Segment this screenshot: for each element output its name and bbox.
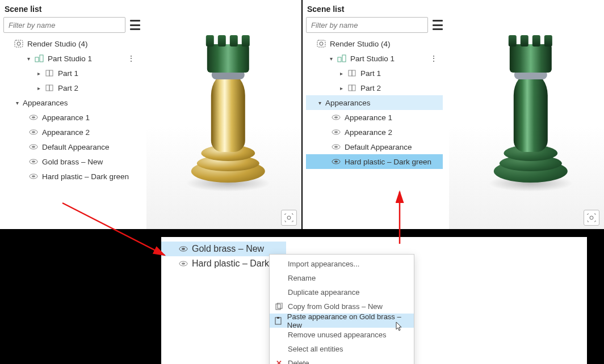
frame-selection-button[interactable] <box>281 210 297 226</box>
menu-select-all-label: Select all entities <box>288 345 343 353</box>
part-2-label: Part 2 <box>58 84 78 92</box>
svg-point-17 <box>32 175 35 177</box>
render-studio-icon <box>14 39 24 48</box>
appearance-row-plastic-selected[interactable]: Hard plastic – Dark green <box>306 154 443 169</box>
svg-line-44 <box>62 203 165 255</box>
svg-rect-2 <box>35 57 39 62</box>
svg-rect-7 <box>49 85 53 91</box>
chevron-down-icon: ▾ <box>316 100 323 106</box>
filter-input[interactable] <box>3 17 125 33</box>
svg-point-18 <box>287 216 291 219</box>
appearance-label: Appearance 1 <box>42 113 90 122</box>
menu-delete[interactable]: ✕ Delete <box>270 356 414 364</box>
context-menu-rows: Gold brass – New Hard plastic – Dark <box>161 242 286 271</box>
svg-point-37 <box>182 248 185 249</box>
appearances-header[interactable]: ▾ Appearances <box>3 95 140 110</box>
menu-select-all[interactable]: Select all entities <box>270 342 414 356</box>
tree-part-2[interactable]: ▸ Part 2 <box>3 81 140 95</box>
appearance-row-plastic[interactable]: Hard plastic – Dark green <box>3 169 140 184</box>
svg-point-30 <box>334 131 338 133</box>
svg-rect-5 <box>49 70 53 76</box>
menu-copy-label: Copy from Gold brass – New <box>288 302 383 311</box>
appearance-row[interactable]: Appearance 2 <box>3 125 140 139</box>
svg-rect-22 <box>342 55 346 62</box>
svg-point-32 <box>334 146 338 147</box>
scene-list-title: Scene list <box>307 5 443 14</box>
tree-root[interactable]: Render Studio (4) <box>3 36 140 51</box>
tree-part-studio[interactable]: ▾ Part Studio 1 ⋮ <box>3 51 140 66</box>
menu-remove-unused[interactable]: Remove unused appearances <box>270 328 414 342</box>
filter-row <box>3 17 140 33</box>
chess-rook-green <box>482 23 578 193</box>
tree-part-studio[interactable]: ▾ Part Studio 1 ⋮ <box>306 51 443 66</box>
chevron-right-icon: ▸ <box>338 70 345 77</box>
kebab-menu-icon[interactable]: ⋮ <box>430 54 437 63</box>
appearance-label: Appearance 1 <box>345 113 392 122</box>
part-studio-icon <box>337 54 347 63</box>
appearances-label: Appearances <box>23 99 68 107</box>
appearance-label: Hard plastic – Dark green <box>42 172 129 181</box>
appearance-icon <box>178 259 188 268</box>
appearances-label: Appearances <box>325 99 371 107</box>
appearance-row[interactable]: Appearance 1 <box>3 110 140 125</box>
context-row-plastic[interactable]: Hard plastic – Dark <box>161 256 286 271</box>
appearance-row-gold[interactable]: Gold brass – New <box>3 154 140 169</box>
appearance-icon <box>178 244 188 253</box>
appearance-label: Default Appearance <box>42 143 110 151</box>
list-view-toggle-icon[interactable] <box>130 20 140 30</box>
chevron-down-icon: ▾ <box>14 100 20 106</box>
menu-rename[interactable]: Rename <box>270 271 414 285</box>
appearance-row[interactable]: Appearance 1 <box>306 110 443 125</box>
tree-part-1[interactable]: ▸ Part 1 <box>3 66 140 81</box>
chevron-down-icon: ▾ <box>25 56 32 62</box>
appearances-header[interactable]: ▾ Appearances <box>306 95 443 110</box>
context-row-label: Hard plastic – Dark <box>192 259 269 269</box>
viewport-after[interactable] <box>449 0 604 229</box>
svg-point-28 <box>334 116 338 118</box>
svg-point-13 <box>32 146 35 147</box>
svg-rect-24 <box>352 70 355 76</box>
viewport-before[interactable] <box>146 0 301 229</box>
menu-rename-label: Rename <box>288 274 316 282</box>
appearance-icon <box>331 142 341 151</box>
context-menu: Import appearances... Rename Duplicate a… <box>269 254 414 364</box>
menu-duplicate[interactable]: Duplicate appearance <box>270 285 414 299</box>
context-row-gold[interactable]: Gold brass – New <box>161 242 286 256</box>
appearance-icon <box>331 128 341 137</box>
appearance-row[interactable]: Default Appearance <box>306 139 443 154</box>
delete-icon: ✕ <box>274 359 283 365</box>
appearance-icon <box>28 113 39 122</box>
tree-root-label: Render Studio (4) <box>27 40 88 48</box>
appearance-icon <box>28 142 39 151</box>
annotation-arrow-left <box>57 198 176 266</box>
cursor-icon <box>394 321 404 335</box>
appearance-row[interactable]: Appearance 2 <box>306 125 443 139</box>
appearance-icon <box>331 157 341 166</box>
appearance-row[interactable]: Default Appearance <box>3 139 140 154</box>
tree-part-1[interactable]: ▸ Part 1 <box>306 66 443 81</box>
context-row-label: Gold brass – New <box>192 244 264 254</box>
filter-row <box>306 17 443 33</box>
menu-paste-appearance[interactable]: Paste appearance on Gold brass – New <box>270 314 414 328</box>
svg-rect-25 <box>349 85 352 91</box>
copy-icon <box>274 302 283 311</box>
filter-input[interactable] <box>306 17 428 33</box>
paste-icon <box>274 316 283 325</box>
part-2-label: Part 2 <box>360 84 381 92</box>
frame-selection-button[interactable] <box>584 210 599 226</box>
menu-import[interactable]: Import appearances... <box>270 257 414 271</box>
menu-copy-from[interactable]: Copy from Gold brass – New <box>270 299 414 314</box>
part-icon <box>347 69 357 78</box>
annotation-arrow-right <box>392 187 409 249</box>
part-studio-label: Part Studio 1 <box>48 54 92 63</box>
kebab-menu-icon[interactable]: ⋮ <box>127 54 135 63</box>
list-view-toggle-icon[interactable] <box>433 20 443 30</box>
menu-import-label: Import appearances... <box>288 260 359 268</box>
blank-icon <box>274 274 283 283</box>
tree-part-2[interactable]: ▸ Part 2 <box>306 81 443 95</box>
blank-icon <box>274 288 283 297</box>
svg-rect-3 <box>40 55 43 62</box>
tree-root[interactable]: Render Studio (4) <box>306 36 443 51</box>
menu-remove-label: Remove unused appearances <box>288 331 386 339</box>
scene-list-column: Scene list Render Studio (4) ▾ Part Stud… <box>303 0 447 169</box>
